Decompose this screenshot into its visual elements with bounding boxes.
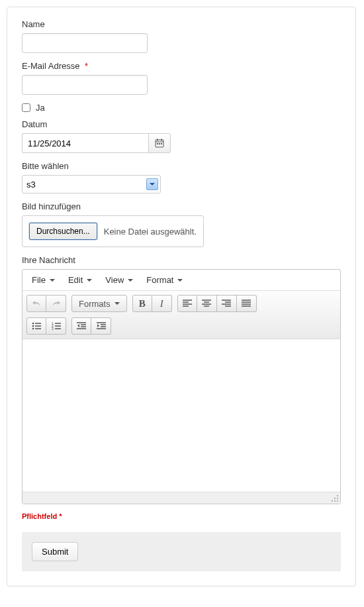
toolbar-break (26, 313, 336, 316)
menu-format-label: Format (146, 275, 173, 285)
svg-rect-6 (161, 143, 162, 144)
caret-icon (87, 279, 92, 282)
menu-file-label: File (32, 275, 46, 285)
date-picker-button[interactable] (148, 133, 171, 153)
message-label: Ihre Nachricht (22, 255, 341, 265)
message-field: Ihre Nachricht File Edit View Format For… (22, 255, 341, 504)
number-list-icon: 123 (52, 322, 61, 330)
menu-file[interactable]: File (26, 272, 60, 288)
toolbar-history-group (26, 295, 66, 312)
align-left-button[interactable] (177, 295, 197, 312)
name-input[interactable] (22, 33, 148, 53)
bullet-list-button[interactable] (26, 317, 46, 335)
menu-view-label: View (105, 275, 124, 285)
svg-point-44 (334, 498, 336, 499)
caret-icon (50, 279, 55, 282)
align-justify-icon (242, 300, 251, 307)
undo-button[interactable] (26, 295, 46, 312)
caret-icon (177, 279, 183, 282)
rich-text-editor: File Edit View Format Formats B I (22, 269, 341, 504)
svg-point-47 (334, 500, 336, 502)
indent-button[interactable] (91, 317, 111, 335)
svg-point-45 (337, 498, 338, 499)
email-label: E-Mail Adresse * (22, 61, 341, 71)
align-right-button[interactable] (217, 295, 237, 312)
align-justify-button[interactable] (237, 295, 257, 312)
menu-view[interactable]: View (100, 272, 138, 288)
form-panel: Name E-Mail Adresse * Ja Datum Bitte wäh… (7, 7, 356, 586)
required-legend: Pflichtfeld * (22, 512, 341, 520)
ja-checkbox[interactable] (22, 103, 30, 112)
date-group (22, 133, 171, 153)
email-field: E-Mail Adresse * (22, 61, 341, 95)
svg-point-46 (332, 500, 333, 502)
name-field: Name (22, 19, 341, 53)
svg-point-27 (32, 328, 34, 330)
toolbar-text-group: B I (132, 295, 172, 312)
align-right-icon (222, 300, 231, 307)
menu-edit-label: Edit (68, 275, 83, 285)
file-status-text: Keine Datei ausgewählt. (104, 227, 197, 237)
toolbar-list-group: 123 (26, 317, 66, 335)
file-field: Bild hinzufügen Durchsuchen... Keine Dat… (22, 201, 341, 247)
outdent-icon (77, 322, 86, 330)
svg-rect-3 (161, 139, 163, 141)
outdent-button[interactable] (71, 317, 91, 335)
name-label: Name (22, 19, 341, 29)
formats-button[interactable]: Formats (71, 295, 127, 312)
caret-icon (128, 279, 133, 282)
select-label: Bitte wählen (22, 161, 341, 171)
date-label: Datum (22, 119, 341, 129)
svg-point-23 (32, 323, 34, 325)
submit-button[interactable]: Submit (32, 542, 78, 561)
required-asterisk: * (85, 61, 88, 71)
resize-grip-icon[interactable] (331, 494, 339, 502)
bullet-list-icon (32, 322, 41, 330)
file-label: Bild hinzufügen (22, 201, 341, 211)
svg-text:3: 3 (52, 327, 54, 330)
svg-rect-2 (157, 139, 158, 141)
menu-edit[interactable]: Edit (63, 272, 97, 288)
undo-icon (32, 300, 41, 307)
svg-rect-4 (157, 143, 158, 144)
select-field: Bitte wählen s3 (22, 161, 341, 193)
svg-rect-5 (159, 143, 160, 144)
bold-button[interactable]: B (132, 295, 152, 312)
editor-statusbar (23, 492, 340, 504)
select-input[interactable]: s3 (22, 175, 161, 193)
email-input[interactable] (22, 75, 148, 95)
svg-point-48 (337, 500, 338, 502)
italic-icon: I (160, 298, 163, 309)
select-wrap: s3 (22, 175, 161, 193)
indent-icon (97, 322, 106, 330)
svg-point-43 (337, 495, 338, 496)
file-browse-button[interactable]: Durchsuchen... (29, 223, 97, 240)
date-field: Datum (22, 119, 341, 153)
toolbar-align-group (177, 295, 257, 312)
italic-button[interactable]: I (152, 295, 172, 312)
bold-icon: B (139, 298, 146, 309)
submit-row: Submit (22, 532, 341, 571)
calendar-icon (155, 138, 164, 148)
file-box: Durchsuchen... Keine Datei ausgewählt. (22, 215, 204, 247)
email-label-text: E-Mail Adresse (22, 61, 79, 71)
align-center-icon (202, 300, 211, 307)
redo-button[interactable] (46, 295, 66, 312)
editor-menubar: File Edit View Format (23, 270, 340, 291)
formats-label: Formats (79, 299, 111, 309)
toolbar-formats-group: Formats (71, 295, 127, 312)
redo-icon (52, 300, 61, 307)
align-left-icon (183, 300, 192, 307)
number-list-button[interactable]: 123 (46, 317, 66, 335)
menu-format[interactable]: Format (141, 272, 188, 288)
svg-point-25 (32, 325, 34, 327)
editor-toolbar: Formats B I 123 (23, 291, 340, 339)
align-center-button[interactable] (197, 295, 217, 312)
ja-field: Ja (22, 103, 341, 113)
ja-label: Ja (36, 103, 45, 113)
caret-icon (114, 302, 120, 305)
toolbar-indent-group (71, 317, 111, 335)
date-input[interactable] (22, 133, 148, 153)
editor-content-area[interactable] (23, 339, 340, 492)
